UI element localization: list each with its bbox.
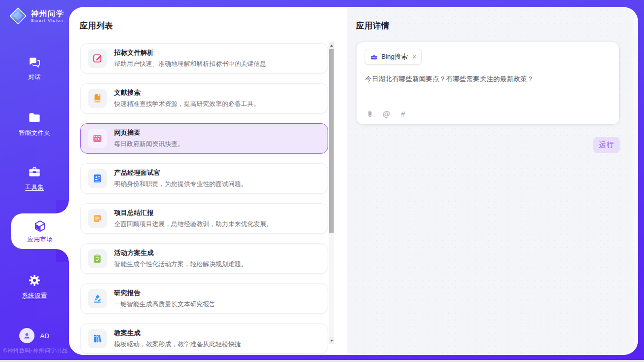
avatar [19,328,34,343]
scrollbar[interactable] [329,42,334,344]
scrollbar-up-button[interactable] [329,42,334,49]
app-card[interactable]: 项目总结汇报全面回顾项目进展，总结经验教训，助力未来优化发展。 [80,203,328,234]
tool-chip-bing-search[interactable]: Bing搜索 × [365,49,422,65]
app-card[interactable]: 活动方案生成智能生成个性化活动方案，轻松解决规划难题。 [80,243,328,274]
app-card[interactable]: 教案生成模板驱动，教案秒成，教学准备从此轻松快捷 [80,323,328,354]
app-icon-box [88,89,107,108]
sidebar-item-app-market[interactable]: 应用市场 [11,213,69,249]
app-card-title: 活动方案生成 [114,248,247,258]
app-card-description: 快速精准查找学术资源，提高研究效率的必备工具。 [114,100,260,108]
briefcase-icon [370,53,378,61]
app-icon-box [88,289,107,308]
gear-icon [27,273,42,287]
app-card-text: 招标文件解析帮助用户快速、准确地理解和解析招标书中的关键信息 [114,48,266,68]
pen-square-icon [92,53,103,64]
app-list-panel: 应用列表 招标文件解析帮助用户快速、准确地理解和解析招标书中的关键信息文献搜索快… [69,7,347,355]
app-card[interactable]: 网页摘要每日政府新闻资讯快查。 [80,123,328,154]
clipboard-check-icon [92,253,103,264]
app-icon-box [88,49,107,68]
app-card-title: 项目总结汇报 [114,208,273,218]
window-bottom-edge [0,360,644,362]
app-list-title: 应用列表 [80,21,113,31]
close-icon[interactable]: × [412,53,416,60]
interviewer-icon [92,173,103,184]
app-icon-box [88,169,107,188]
app-card-description: 全面回顾项目进展，总结经验教训，助力未来优化发展。 [114,220,273,229]
sidebar-item-label: 对话 [28,73,41,82]
app-detail-title: 应用详情 [356,21,389,31]
hash-icon[interactable]: # [399,109,408,118]
app-card-list: 招标文件解析帮助用户快速、准确地理解和解析招标书中的关键信息文献搜索快速精准查找… [80,43,328,355]
app-card-text: 研究报告一键智能生成高质量长文本研究报告 [114,288,216,309]
toolbox-icon [27,165,42,179]
sidebar-item-label: 工具集 [25,183,44,192]
content-window: 应用列表 招标文件解析帮助用户快速、准确地理解和解析招标书中的关键信息文献搜索快… [69,7,638,355]
scrollbar-down-button[interactable] [329,337,334,344]
sidebar-item-toolset[interactable]: 工具集 [0,165,69,192]
app-card-title: 教案生成 [114,329,241,338]
sidebar: 神州问学 Smart Vision 对话智能文件夹工具集应用市场系统设置 AD … [0,0,69,360]
arrow-up-icon [330,45,333,47]
brand-subtitle: Smart Vision [31,19,64,23]
app-card-description: 模板驱动，教案秒成，教学准备从此轻松快捷 [114,340,241,349]
browser-code-icon [92,133,103,144]
run-button[interactable]: 运行 [593,137,620,153]
app-icon-box [88,129,107,148]
app-icon-box [88,209,107,228]
user-initials: AD [40,332,49,340]
chat-icon [27,55,42,69]
app-card-description: 智能生成个性化活动方案，轻松解决规划难题。 [114,260,247,269]
app-card[interactable]: 招标文件解析帮助用户快速、准确地理解和解析招标书中的关键信息 [80,43,328,74]
app-card-text: 活动方案生成智能生成个性化活动方案，轻松解决规划难题。 [114,248,247,269]
books-icon [92,333,103,344]
app-card-description: 帮助用户快速、准确地理解和解析招标书中的关键信息 [114,60,266,68]
sidebar-item-label: 系统设置 [22,292,47,300]
query-text-input[interactable]: 今日湖北有哪些新闻要点？有哪些需要关注的最新政策？ [365,74,609,84]
sidebar-item-smart-folders[interactable]: 智能文件夹 [0,111,69,137]
app-card[interactable]: 产品经理面试官明确身份和职责，为您提供专业性的面试问题。 [80,163,328,194]
app-card-description: 一键智能生成高质量长文本研究报告 [114,300,216,309]
prompt-card: Bing搜索 × 今日湖北有哪些新闻要点？有哪些需要关注的最新政策？ @# [356,42,620,125]
app-card-text: 教案生成模板驱动，教案秒成，教学准备从此轻松快捷 [114,329,241,349]
microscope-icon [92,293,103,304]
app-card-title: 产品经理面试官 [114,168,247,177]
sidebar-item-chat[interactable]: 对话 [0,55,69,82]
user-account[interactable]: AD [19,328,49,343]
app-card-text: 项目总结汇报全面回顾项目进展，总结经验教训，助力未来优化发展。 [114,208,273,229]
app-card-text: 文献搜索快速精准查找学术资源，提高研究效率的必备工具。 [114,88,260,108]
app-card-text: 网页摘要每日政府新闻资讯快查。 [114,128,184,149]
note-icon [92,213,103,224]
app-card[interactable]: 文献搜索快速精准查找学术资源，提高研究效率的必备工具。 [80,83,328,114]
sidebar-item-label: 智能文件夹 [19,129,51,137]
paperclip-icon[interactable] [365,109,374,118]
copyright-text: ©神州数码·神州问学出品 [3,347,68,354]
brand-name: 神州问学 [31,10,64,17]
folder-icon [27,111,42,125]
app-card-description: 每日政府新闻资讯快查。 [114,140,184,149]
at-icon[interactable]: @ [382,109,391,118]
composer-toolbar: @# [365,109,408,118]
app-detail-panel: 应用详情 Bing搜索 × 今日湖北有哪些新闻要点？有哪些需要关注的最新政策？ … [347,7,638,355]
app-card-title: 招标文件解析 [114,48,266,57]
app-card-text: 产品经理面试官明确身份和职责，为您提供专业性的面试问题。 [114,168,247,189]
tool-chip-label: Bing搜索 [381,52,408,61]
arrow-down-icon [330,340,333,342]
app-icon-box [88,249,107,268]
app-icon-box [88,329,107,348]
sidebar-item-system-settings[interactable]: 系统设置 [0,273,69,300]
app-card-description: 明确身份和职责，为您提供专业性的面试问题。 [114,180,247,189]
scrollbar-thumb[interactable] [329,49,334,233]
cube-icon [33,219,47,233]
brand-diamond-icon [9,7,27,25]
book-icon [92,93,103,104]
brand-logo: 神州问学 Smart Vision [9,7,64,25]
app-card-title: 文献搜索 [114,88,260,97]
app-card-title: 网页摘要 [114,128,184,137]
app-card[interactable]: 研究报告一键智能生成高质量长文本研究报告 [80,283,328,314]
app-card-title: 研究报告 [114,288,216,298]
sidebar-item-label: 应用市场 [27,235,53,244]
